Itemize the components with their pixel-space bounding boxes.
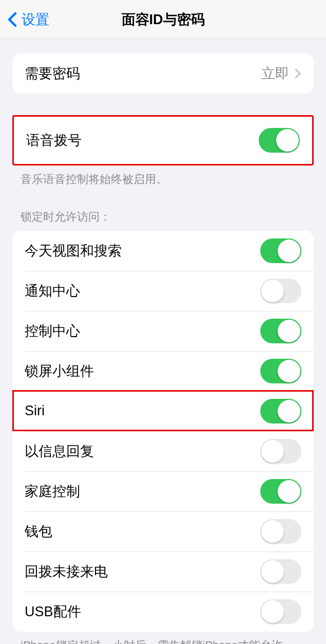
lock-access-row-5: 以信息回复 — [12, 431, 314, 471]
back-button[interactable]: 设置 — [0, 10, 49, 29]
voice-dial-label: 语音拨号 — [26, 131, 259, 150]
lock-access-label: USB配件 — [25, 602, 260, 621]
voice-dial-toggle[interactable] — [259, 128, 300, 153]
lock-access-group: 锁定时允许访问： 今天视图和搜索通知中心控制中心锁屏小组件Siri以信息回复家庭… — [0, 209, 326, 644]
lock-access-toggle-8[interactable] — [260, 559, 301, 584]
lock-access-toggle-6[interactable] — [260, 479, 301, 504]
lock-access-toggle-3[interactable] — [260, 359, 301, 383]
lock-access-label: 今天视图和搜索 — [25, 242, 260, 260]
nav-bar: 设置 面容ID与密码 — [0, 0, 326, 39]
lock-access-toggle-0[interactable] — [260, 238, 301, 263]
lock-access-footer: iPhone锁定超过一小时后，需先解锁iPhone才能允许USB配件连接。 — [0, 632, 326, 644]
chevron-left-icon — [6, 10, 18, 29]
lock-access-toggle-4[interactable] — [260, 399, 301, 424]
lock-access-toggle-1[interactable] — [260, 279, 301, 303]
lock-access-row-1: 通知中心 — [12, 271, 314, 311]
lock-access-row-2: 控制中心 — [12, 311, 314, 351]
lock-access-row-7: 钱包 — [12, 511, 314, 551]
lock-access-toggle-7[interactable] — [260, 519, 301, 544]
page-title: 面容ID与密码 — [122, 10, 205, 29]
back-label: 设置 — [22, 10, 49, 29]
lock-access-toggle-9[interactable] — [260, 599, 301, 624]
require-passcode-row[interactable]: 需要密码 立即 — [12, 53, 314, 94]
lock-access-toggle-5[interactable] — [260, 439, 301, 464]
lock-access-header: 锁定时允许访问： — [0, 209, 326, 231]
lock-access-row-9: USB配件 — [12, 592, 314, 632]
voice-dial-group: 语音拨号 音乐语音控制将始终被启用。 — [0, 115, 326, 188]
voice-dial-footer: 音乐语音控制将始终被启用。 — [0, 165, 326, 188]
lock-access-row-3: 锁屏小组件 — [12, 351, 314, 391]
lock-access-label: 家庭控制 — [25, 482, 260, 501]
lock-access-label: 通知中心 — [25, 282, 260, 300]
lock-access-row-4: Siri — [12, 391, 314, 431]
lock-access-toggle-2[interactable] — [260, 319, 301, 343]
lock-access-row-0: 今天视图和搜索 — [12, 231, 314, 271]
lock-access-row-8: 回拨未接来电 — [12, 551, 314, 592]
lock-access-label: 锁屏小组件 — [25, 362, 260, 380]
voice-dial-row: 语音拨号 — [14, 117, 312, 164]
lock-access-label: 回拨未接来电 — [25, 562, 260, 581]
lock-access-label: 控制中心 — [25, 322, 260, 340]
require-passcode-value: 立即 — [261, 64, 289, 83]
content: 需要密码 立即 语音拨号 音乐语音控制将始终被启用。 锁定时允许访问： 今天视图… — [0, 53, 326, 644]
lock-access-row-6: 家庭控制 — [12, 471, 314, 511]
passcode-group: 需要密码 立即 — [0, 53, 326, 94]
require-passcode-label: 需要密码 — [25, 64, 261, 83]
chevron-right-icon — [294, 68, 301, 79]
lock-access-label: Siri — [25, 403, 260, 419]
lock-access-label: 钱包 — [25, 522, 260, 541]
lock-access-label: 以信息回复 — [25, 442, 260, 461]
